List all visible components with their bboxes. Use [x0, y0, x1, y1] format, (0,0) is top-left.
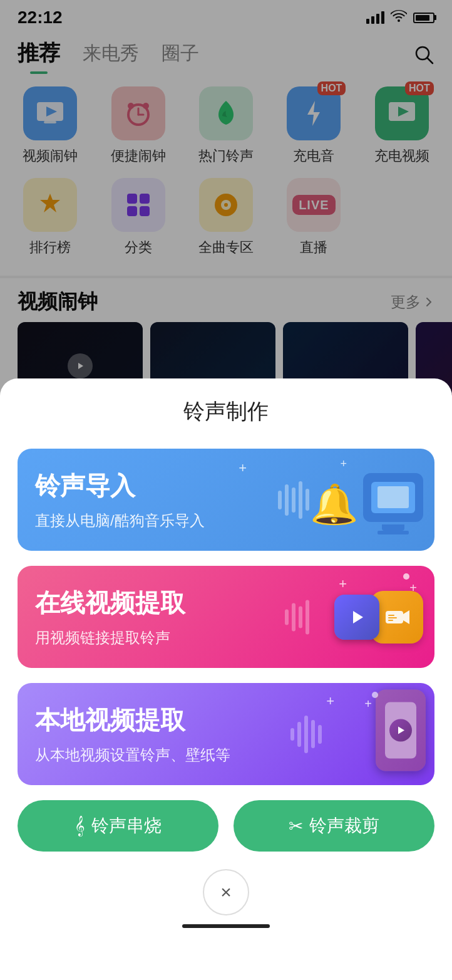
sheet-title: 铃声制作 — [18, 397, 434, 426]
svg-rect-24 — [388, 615, 394, 616]
plus-deco-3: + — [339, 576, 347, 592]
home-indicator — [182, 924, 270, 928]
card-local-video-deco — [376, 689, 426, 771]
card-local-video[interactable]: 本地视频提取 从本地视频设置铃声、壁纸等 + + — [18, 683, 434, 785]
card-online-video-deco — [334, 591, 423, 644]
bottom-sheet: 铃声制作 铃声导入 直接从电脑/酷狗音乐导入 + + 🔔 — [0, 378, 452, 980]
ringtone-mix-label: 铃声串烧 — [91, 814, 162, 838]
plus-deco-6: + — [364, 697, 372, 711]
ringtone-cut-label: 铃声裁剪 — [309, 814, 379, 838]
card-import[interactable]: 铃声导入 直接从电脑/酷狗音乐导入 + + 🔔 — [18, 449, 434, 551]
circle-deco-2 — [372, 692, 378, 698]
card-online-video[interactable]: 在线视频提取 用视频链接提取铃声 + — [18, 566, 434, 668]
ringtone-cut-icon: ✂ — [289, 816, 303, 837]
close-icon: × — [220, 882, 232, 903]
bottom-buttons: 𝄞 铃声串烧 ✂ 铃声裁剪 — [18, 800, 434, 852]
card-import-deco: 🔔 — [310, 473, 423, 527]
svg-marker-27 — [398, 726, 404, 734]
plus-deco-1: + — [239, 460, 247, 476]
svg-marker-22 — [353, 611, 363, 623]
plus-deco-5: + — [326, 693, 334, 709]
plus-deco-4: + — [409, 581, 417, 595]
plus-deco-2: + — [340, 457, 347, 471]
svg-rect-25 — [388, 617, 397, 618]
ringtone-cut-button[interactable]: ✂ 铃声裁剪 — [234, 800, 434, 852]
ringtone-mix-icon: 𝄞 — [74, 816, 85, 837]
close-btn-wrap: × — [18, 869, 434, 915]
home-bar — [18, 915, 434, 933]
ringtone-mix-button[interactable]: 𝄞 铃声串烧 — [18, 800, 218, 852]
circle-deco — [403, 573, 409, 580]
svg-rect-26 — [388, 620, 393, 621]
close-button[interactable]: × — [203, 869, 249, 915]
card-local-video-title: 本地视频提取 从本地视频设置铃声、壁纸等 — [35, 703, 417, 765]
